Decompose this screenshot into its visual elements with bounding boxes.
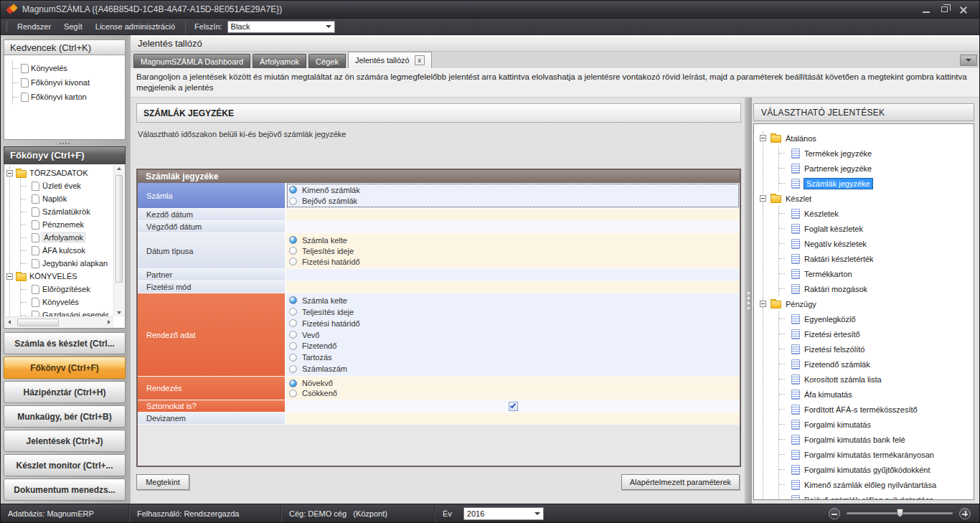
date-input[interactable] [286,221,740,232]
tree-folder[interactable]: Átalános [763,131,974,146]
report-label[interactable]: Termékek jegyzéke [804,149,872,158]
tab-cegek[interactable]: Cégek [308,54,346,68]
ledger-header[interactable]: Főkönyv (Ctrl+F) [4,146,126,164]
radio-option[interactable]: Fizetendő [289,340,737,352]
report-label[interactable]: Forgalmi kimutatás bank felé [804,435,905,444]
tree-item-label[interactable]: Gazdasági esemér [42,311,108,316]
tree-item[interactable]: ÁFA kulcsok [21,244,113,257]
report-item[interactable]: Fizetendő számlák [779,357,974,372]
report-label[interactable]: Fizetendő számlák [804,360,870,369]
year-combobox[interactable]: 2016 [463,507,544,520]
report-label[interactable]: Partnerek jegyzéke [804,164,872,173]
report-item[interactable]: Forgalmi kimutatás [779,417,974,432]
favorite-item[interactable]: Főkönyvi karton [13,90,125,104]
nav-szamla-es-keszlet[interactable]: Számla és készlet (Ctrl... [4,332,126,354]
report-label[interactable]: Forgalmi kimutatás termékarányosan [804,451,934,459]
report-item[interactable]: Készletek [779,206,974,221]
radio-selected-icon[interactable] [289,296,297,304]
tree-item-label[interactable]: Üzleti évek [42,182,81,190]
tree-folder[interactable]: TÖRZSADATOK [10,166,113,179]
radio-icon[interactable] [289,308,297,316]
tree-folder-label[interactable]: Átalános [786,134,816,143]
tab-list-dropdown-button[interactable] [960,55,977,66]
tree-item-label[interactable]: Előrögzítések [42,285,90,293]
collapse-icon[interactable] [6,273,13,280]
close-button[interactable] [959,6,967,14]
report-label[interactable]: Forgalmi kimutatás gyűjtőkódokként [804,466,930,474]
report-item[interactable]: Fizetési értesítő [779,326,974,341]
tree-item-label[interactable]: Könyvelés [42,298,79,306]
radio-label[interactable]: Csökkenő [302,389,337,397]
radio-icon[interactable] [289,247,297,255]
tree-item-label[interactable]: ÁFA kulcsok [42,246,85,255]
zoom-out-button[interactable] [829,508,840,519]
report-label[interactable]: Raktári készletérték [804,255,874,263]
radio-icon[interactable] [289,319,297,327]
restore-button[interactable] [941,6,948,12]
tree-item-label[interactable]: Árfolyamok [42,233,85,242]
report-item-selected[interactable]: Számlák jegyzéke [779,176,974,191]
radio-label[interactable]: Fizetendő [302,341,336,350]
collapse-icon[interactable] [760,135,766,141]
report-label[interactable]: Negatív készletek [804,240,867,248]
report-item[interactable]: Partnerek jegyzéke [779,161,974,176]
tree-folder-label[interactable]: KÖNYVELÉS [29,272,77,281]
nav-jelentesek[interactable]: Jelentések (Ctrl+J) [4,430,126,452]
report-item[interactable]: Egyenlegközlő [779,311,974,326]
radio-icon[interactable] [289,390,297,397]
report-label[interactable]: Áfa kimutatás [804,390,852,399]
radio-option[interactable]: Fizetési határidő [289,256,737,267]
chevron-down-icon[interactable] [323,25,334,28]
scroll-up-icon[interactable] [117,167,121,170]
nav-fokonyv[interactable]: Főkönyv (Ctrl+F) [4,357,126,379]
report-label[interactable]: Számlák jegyzéke [804,179,872,189]
horizontal-scrollbar[interactable] [5,316,113,327]
radio-icon[interactable] [289,331,297,339]
radio-option[interactable]: Teljesítés ideje [289,306,737,318]
report-item[interactable]: Korosított számla lista [779,372,974,387]
favorite-label[interactable]: Főkönyvi karton [31,93,87,101]
radio-option[interactable]: Bejővő számlák [289,196,737,207]
report-item[interactable]: Foglalt készletek [779,221,974,236]
tree-item[interactable]: Üzleti évek [21,179,113,192]
radio-icon[interactable] [289,258,297,265]
radio-selected-icon[interactable] [289,380,297,387]
checkbox-checked-icon[interactable] [509,402,518,411]
favorite-item[interactable]: Főkönyvi kivonat [13,75,125,90]
report-label[interactable]: Kimenő számlák előleg nyilvántartása [804,481,936,489]
report-label[interactable]: Egyenlegközlő [804,315,856,324]
radio-label[interactable]: Növekvő [302,379,333,387]
nav-hazipenztar[interactable]: Házipénztár (Ctrl+H) [4,381,126,403]
vertical-scrollbar[interactable] [113,165,124,316]
favorite-label[interactable]: Könyvelés [31,64,67,72]
radio-option[interactable]: Fizetési határidő [289,318,737,329]
date-input[interactable] [286,209,740,220]
report-label[interactable]: Termékkarton [804,270,852,278]
radio-selected-icon[interactable] [289,186,297,194]
minimize-button[interactable] [923,6,930,13]
favorite-item[interactable]: Könyvelés [13,61,125,75]
partner-input[interactable] [286,269,740,281]
tree-folder-label[interactable]: Készlet [786,194,811,203]
radio-label[interactable]: Kimenő számlák [302,186,360,194]
scrollbar-thumb[interactable] [116,175,123,283]
radio-label[interactable]: Számla kelte [302,236,347,245]
radio-label[interactable]: Tartozás [302,353,332,362]
currency-input[interactable] [286,413,740,424]
radio-option[interactable]: Növekvő [289,378,737,388]
radio-label[interactable]: Vevő [302,331,319,339]
radio-icon[interactable] [289,365,297,373]
payment-method-input[interactable] [286,281,740,293]
radio-label[interactable]: Számlaszám [302,364,347,373]
tree-folder-label[interactable]: Pénzügy [786,300,816,308]
radio-option[interactable]: Kimenő számlák [289,184,737,196]
report-item[interactable]: Forgalmi kimutatás termékarányosan [779,447,974,462]
radio-label[interactable]: Bejővő számlák [302,197,357,205]
tree-item[interactable]: Pénznemek [21,218,113,231]
tree-item-label[interactable]: Számlatükrök [42,207,90,216]
zoom-slider[interactable] [847,512,953,514]
report-item[interactable]: Raktári mozgások [779,281,974,296]
report-label[interactable]: Foglalt készletek [804,225,863,233]
radio-label[interactable]: Teljesítés ideje [302,308,354,316]
report-item[interactable]: Forgalmi kimutatás bank felé [779,432,974,447]
